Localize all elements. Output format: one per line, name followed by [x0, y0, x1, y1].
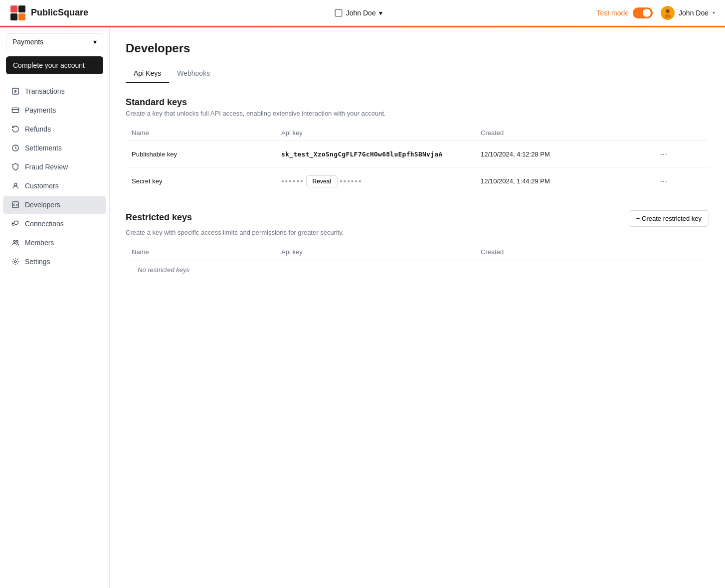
svg-rect-0 [10, 5, 17, 12]
col-name-header: Name [126, 125, 275, 141]
tabs: Api Keys Webhooks [126, 65, 709, 83]
dots-after: •••••• [340, 177, 362, 186]
create-restricted-key-button[interactable]: + Create restricted key [629, 210, 709, 227]
standard-keys-desc: Create a key that unlocks full API acces… [126, 110, 709, 117]
toggle-slider [633, 7, 653, 18]
sidebar-item-members[interactable]: Members [3, 234, 106, 252]
more-options-secret[interactable]: ··· [656, 174, 671, 188]
svg-point-13 [16, 240, 18, 242]
sidebar-label-connections: Connections [25, 220, 64, 228]
test-mode-toggle[interactable] [633, 7, 653, 18]
standard-keys-section: Standard keys Create a key that unlocks … [126, 97, 709, 194]
customers-icon [11, 181, 20, 190]
sidebar-label-settings: Settings [25, 258, 50, 266]
page-title: Developers [126, 41, 709, 55]
account-selector[interactable]: John Doe ▾ [334, 8, 382, 17]
payments-icon [11, 106, 20, 115]
restricted-keys-desc: Create a key with specific access limits… [126, 229, 709, 236]
building-icon [334, 8, 343, 17]
dots-before: •••••• [281, 177, 304, 186]
payments-dropdown[interactable]: Payments ▾ [6, 33, 103, 50]
svg-rect-4 [335, 9, 342, 16]
dropdown-chevron-icon: ▾ [93, 38, 97, 46]
col-created-header: Created [475, 125, 650, 141]
sidebar-item-connections[interactable]: Connections [3, 215, 106, 233]
key-name-secret: Secret key [126, 168, 275, 195]
refunds-icon [11, 125, 20, 134]
user-name: John Doe [679, 9, 709, 17]
logo-icon [10, 5, 26, 21]
sidebar-item-fraud-review[interactable]: Fraud Review [3, 158, 106, 176]
svg-rect-8 [12, 108, 18, 112]
sidebar-item-transactions[interactable]: Transactions [3, 82, 106, 100]
svg-rect-1 [18, 5, 25, 12]
sidebar-item-refunds[interactable]: Refunds [3, 120, 106, 138]
more-options-publishable[interactable]: ··· [656, 147, 671, 161]
restricted-col-created-header: Created [475, 244, 709, 260]
sidebar-item-settlements[interactable]: Settlements [3, 139, 106, 157]
test-mode-area: Test mode [596, 7, 653, 18]
svg-point-10 [14, 183, 16, 186]
sidebar: Payments ▾ Complete your account Transac… [0, 27, 110, 588]
sidebar-item-payments[interactable]: Payments [3, 101, 106, 119]
logo-text: PublicSquare [31, 7, 88, 18]
svg-point-14 [14, 261, 16, 263]
sidebar-label-members: Members [25, 239, 54, 247]
complete-account-button[interactable]: Complete your account [6, 56, 103, 74]
payments-dropdown-label: Payments [12, 38, 43, 46]
sidebar-item-developers[interactable]: Developers [3, 196, 106, 214]
restricted-col-name-header: Name [126, 244, 275, 260]
restricted-keys-section: Restricted keys + Create restricted key … [126, 210, 709, 280]
sidebar-label-developers: Developers [25, 201, 60, 209]
col-actions-header [650, 125, 709, 141]
masked-key-area: •••••• Reveal •••••• [281, 175, 362, 187]
members-icon [11, 238, 20, 247]
standard-keys-title: Standard keys [126, 97, 709, 108]
key-created-secret: 12/10/2024, 1:44:29 PM [475, 168, 650, 195]
no-restricted-keys-label: No restricted keys [132, 260, 195, 280]
svg-rect-2 [10, 13, 17, 20]
transactions-icon [11, 87, 20, 96]
table-row: Publishable key sk_test_XzoSngCgFLF7GcHO… [126, 141, 709, 168]
key-value-publishable: sk_test_XzoSngCgFLF7GcHOw68luEpfhSBNvjaA [281, 150, 442, 158]
user-chevron-icon: ▾ [713, 10, 715, 15]
svg-rect-3 [18, 13, 25, 20]
table-row: Secret key •••••• Reveal •••••• 12/10/20… [126, 168, 709, 195]
top-header: PublicSquare John Doe ▾ Test mode John D… [0, 0, 725, 26]
sidebar-label-settlements: Settlements [25, 144, 62, 152]
svg-point-12 [13, 240, 15, 242]
restricted-keys-table: Name Api key Created No restricted keys [126, 244, 709, 280]
reveal-button[interactable]: Reveal [306, 175, 338, 187]
main-layout: Payments ▾ Complete your account Transac… [0, 27, 725, 588]
user-avatar-icon [662, 7, 673, 18]
key-created-publishable: 12/10/2024, 4:12:28 PM [475, 141, 650, 168]
user-area[interactable]: John Doe ▾ [661, 6, 715, 20]
test-mode-label: Test mode [596, 9, 629, 17]
svg-point-5 [666, 9, 669, 12]
sidebar-label-transactions: Transactions [25, 87, 65, 95]
settlements-icon [11, 144, 20, 152]
logo-area: PublicSquare [10, 5, 120, 21]
key-name-publishable: Publishable key [126, 141, 275, 168]
fraud-icon [11, 162, 20, 171]
sidebar-item-customers[interactable]: Customers [3, 177, 106, 195]
avatar [661, 6, 675, 20]
sidebar-label-customers: Customers [25, 182, 59, 190]
svg-point-6 [665, 14, 671, 17]
chevron-down-icon: ▾ [379, 9, 382, 17]
tab-api-keys[interactable]: Api Keys [126, 65, 169, 83]
standard-keys-table: Name Api key Created Publishable key sk_… [126, 125, 709, 194]
tab-webhooks[interactable]: Webhooks [169, 65, 218, 83]
sidebar-label-fraud-review: Fraud Review [25, 163, 68, 171]
connections-icon [11, 219, 20, 228]
table-row: No restricted keys [126, 260, 709, 280]
restricted-col-apikey-header: Api key [275, 244, 475, 260]
settings-icon [11, 257, 20, 266]
main-content: Developers Api Keys Webhooks Standard ke… [110, 27, 725, 588]
sidebar-label-refunds: Refunds [25, 125, 51, 133]
header-right: Test mode John Doe ▾ [596, 6, 715, 20]
restricted-keys-header: Restricted keys + Create restricted key [126, 210, 709, 227]
sidebar-label-payments: Payments [25, 106, 56, 114]
col-apikey-header: Api key [275, 125, 475, 141]
sidebar-item-settings[interactable]: Settings [3, 253, 106, 271]
